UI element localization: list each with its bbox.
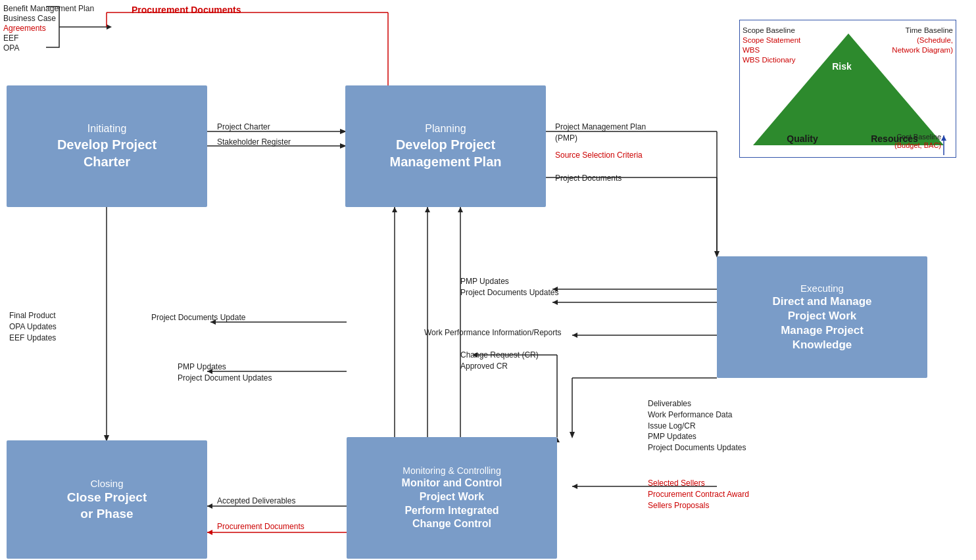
accepted-del-label: Accepted Deliverables <box>217 496 295 507</box>
svg-marker-20 <box>458 207 463 212</box>
monitoring-box: Monitoring & Controlling Monitor and Con… <box>347 437 557 559</box>
pmp-updates-right-label: PMP UpdatesProject Documents Updates <box>460 276 558 298</box>
proc-contract-label: Procurement Contract Award <box>648 489 749 500</box>
time-baseline-label: Time Baseline <box>906 26 953 35</box>
svg-marker-33 <box>570 432 575 438</box>
svg-marker-35 <box>572 484 577 489</box>
svg-marker-24 <box>552 300 558 305</box>
pmp-label: Project Management Plan(PMP) <box>555 122 646 144</box>
planning-box: Planning Develop ProjectManagement Plan <box>345 85 546 207</box>
svg-text:Quality: Quality <box>787 133 818 144</box>
svg-marker-45 <box>207 530 212 535</box>
initiating-box: Initiating Develop ProjectCharter <box>7 85 207 207</box>
time-detail-label: (Schedule,Network Diagram) <box>892 35 953 55</box>
selected-sellers-label: Selected Sellers <box>648 478 705 489</box>
svg-marker-43 <box>207 503 212 509</box>
svg-marker-26 <box>572 333 577 338</box>
proj-docs-label: Project Documents <box>555 173 622 184</box>
deliverables-label: DeliverablesWork Performance DataIssue L… <box>648 398 746 454</box>
scope-statement-label: Scope Statement <box>743 35 800 45</box>
svg-marker-18 <box>425 207 430 212</box>
cr-label: Change Request (CR)Approved CR <box>460 350 539 372</box>
proc-docs-bottom-label: Procurement Documents <box>217 521 305 532</box>
source-sel-label: Source Selection Criteria <box>555 150 643 161</box>
opa-label: OPA <box>3 43 19 54</box>
cost-detail-label: (Budget, BAC) <box>894 141 941 150</box>
wbs-dict-label: WBS Dictionary <box>743 55 796 65</box>
final-product-label: Final ProductOPA UpdatesEEF Updates <box>9 310 57 343</box>
svg-marker-16 <box>392 207 397 212</box>
wpi-label: Work Performance Information/Reports <box>424 327 562 338</box>
sellers-prop-label: Sellers Proposals <box>648 500 709 511</box>
legend-triangle: Risk Quality Resources Scope Baseline Sc… <box>739 20 956 158</box>
proc-docs-top-label: Procurement Documents <box>132 4 241 17</box>
proj-docs-update-label: Project Documents Update <box>151 312 245 323</box>
wbs-label: WBS <box>743 45 760 55</box>
diagram: Benefit Management Plan Business Case Ag… <box>0 0 976 560</box>
scope-baseline-label: Scope Baseline <box>743 26 795 35</box>
svg-marker-1 <box>107 24 112 30</box>
stakeholder-label: Stakeholder Register <box>217 137 291 148</box>
executing-box: Executing Direct and ManageProject WorkM… <box>717 256 927 378</box>
svg-text:Risk: Risk <box>832 61 852 72</box>
pmp-updates-left-label: PMP UpdatesProject Document Updates <box>178 362 272 384</box>
project-charter-label: Project Charter <box>217 122 270 133</box>
closing-box: Closing Close Projector Phase <box>7 440 207 559</box>
svg-marker-53 <box>941 135 946 141</box>
